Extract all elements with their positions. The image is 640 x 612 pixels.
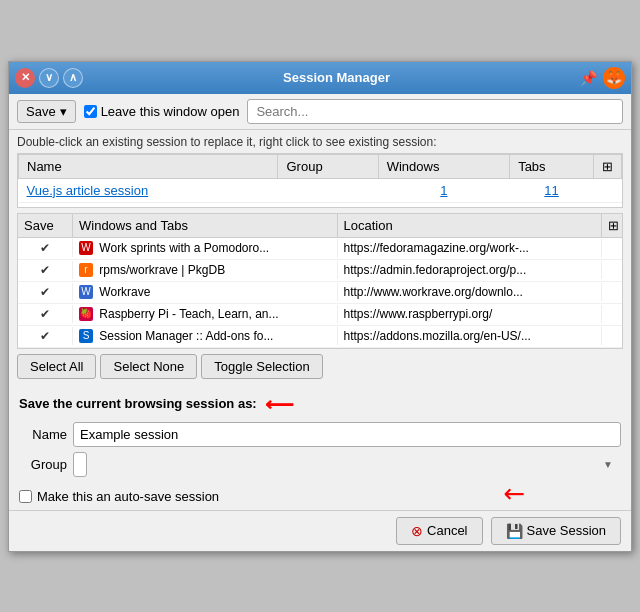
cancel-label: Cancel: [427, 523, 467, 538]
session-tabs[interactable]: 11: [510, 178, 594, 202]
tab-check-1[interactable]: ✔: [18, 239, 73, 257]
tab-icon-3: W: [79, 285, 93, 299]
leave-window-open-checkbox[interactable]: [84, 105, 97, 118]
col-name: Name: [19, 154, 278, 178]
save-session-button[interactable]: 💾 Save Session: [491, 517, 622, 545]
tab-check-4[interactable]: ✔: [18, 305, 73, 323]
tabs-section: Save Windows and Tabs Location ⊞ ✔ W Wor…: [17, 213, 623, 349]
window-controls: ✕ ∨ ∧: [15, 68, 83, 88]
col-extra: ⊞: [594, 154, 622, 178]
arrow-icon-title: ⟵: [265, 392, 294, 416]
tab-location-2: https://admin.fedoraproject.org/p...: [338, 261, 603, 279]
autosave-label: Make this an auto-save session: [37, 489, 219, 504]
cancel-icon: ⊗: [411, 523, 423, 539]
main-window: ✕ ∨ ∧ Session Manager 📌 🦊 Save ▾ Leave t…: [8, 61, 632, 552]
cancel-button[interactable]: ⊗ Cancel: [396, 517, 482, 545]
tab-location-5: https://addons.mozilla.org/en-US/...: [338, 327, 603, 345]
tab-row[interactable]: ✔ W Workrave http://www.workrave.org/dow…: [18, 282, 622, 304]
leave-window-open-label[interactable]: Leave this window open: [84, 104, 240, 119]
group-select[interactable]: [73, 452, 87, 477]
titlebar: ✕ ∨ ∧ Session Manager 📌 🦊: [9, 62, 631, 94]
group-label: Group: [19, 457, 67, 472]
tab-location-1: https://fedoramagazine.org/work-...: [338, 239, 603, 257]
session-extra: [594, 178, 622, 202]
selection-buttons: Select All Select None Toggle Selection: [9, 349, 631, 384]
firefox-icon: 🦊: [603, 67, 625, 89]
tab-row[interactable]: ✔ 🍓 Raspberry Pi - Teach, Learn, an... h…: [18, 304, 622, 326]
tab-row[interactable]: ✔ S Session Manager :: Add-ons fo... htt…: [18, 326, 622, 348]
maximize-button[interactable]: ∧: [63, 68, 83, 88]
tab-location-3: http://www.workrave.org/downlo...: [338, 283, 603, 301]
tabs-col-windows-tabs: Windows and Tabs: [73, 214, 338, 237]
tab-extra-4: [602, 312, 622, 316]
sessions-panel: Name Group Windows Tabs ⊞ Vue.js article…: [17, 153, 623, 208]
toggle-selection-button[interactable]: Toggle Selection: [201, 354, 322, 379]
tab-row[interactable]: ✔ r rpms/workrave | PkgDB https://admin.…: [18, 260, 622, 282]
group-select-wrapper: [73, 452, 621, 477]
bottom-bar: ⊗ Cancel 💾 Save Session ↙: [9, 510, 631, 551]
tabs-col-location: Location: [338, 214, 603, 237]
tab-name-1: W Work sprints with a Pomodoro...: [73, 239, 338, 258]
tab-name-3: W Workrave: [73, 283, 338, 302]
tab-icon-2: r: [79, 263, 93, 277]
session-windows[interactable]: 1: [378, 178, 509, 202]
select-none-button[interactable]: Select None: [100, 354, 197, 379]
name-label: Name: [19, 427, 67, 442]
select-all-button[interactable]: Select All: [17, 354, 96, 379]
autosave-row: Make this an auto-save session: [9, 487, 631, 510]
tab-row[interactable]: ✔ W Work sprints with a Pomodoro... http…: [18, 238, 622, 260]
session-name[interactable]: Vue.js article session: [19, 178, 278, 202]
tab-name-2: r rpms/workrave | PkgDB: [73, 261, 338, 280]
tabs-header: Save Windows and Tabs Location ⊞: [18, 214, 622, 238]
save-button[interactable]: Save ▾: [17, 100, 76, 123]
tab-check-3[interactable]: ✔: [18, 283, 73, 301]
name-row: Name: [19, 422, 621, 447]
tab-extra-5: [602, 334, 622, 338]
tab-icon-1: W: [79, 241, 93, 255]
save-label: Save: [26, 104, 56, 119]
save-dropdown-icon: ▾: [60, 104, 67, 119]
col-windows: Windows: [378, 154, 509, 178]
tabs-col-save: Save: [18, 214, 73, 237]
tabs-col-extra: ⊞: [602, 214, 622, 237]
close-button[interactable]: ✕: [15, 68, 35, 88]
toolbar: Save ▾ Leave this window open: [9, 94, 631, 130]
autosave-checkbox[interactable]: [19, 490, 32, 503]
session-group: [278, 178, 378, 202]
save-session-icon: 💾: [506, 523, 523, 539]
sessions-table: Name Group Windows Tabs ⊞ Vue.js article…: [18, 154, 622, 203]
hint-text: Double-click an existing session to repl…: [9, 130, 631, 153]
tab-extra-2: [602, 268, 622, 272]
tab-name-4: 🍓 Raspberry Pi - Teach, Learn, an...: [73, 305, 338, 324]
session-row[interactable]: Vue.js article session 1 11: [19, 178, 622, 202]
tab-name-5: S Session Manager :: Add-ons fo...: [73, 327, 338, 346]
window-title: Session Manager: [93, 70, 580, 85]
tab-icon-5: S: [79, 329, 93, 343]
tab-location-4: https://www.raspberrypi.org/: [338, 305, 603, 323]
tab-check-5[interactable]: ✔: [18, 327, 73, 345]
save-as-section: Save the current browsing session as: ⟵ …: [9, 384, 631, 487]
tab-check-2[interactable]: ✔: [18, 261, 73, 279]
search-input[interactable]: [247, 99, 623, 124]
tab-extra-1: [602, 246, 622, 250]
name-input[interactable]: [73, 422, 621, 447]
tab-extra-3: [602, 290, 622, 294]
pin-icon[interactable]: 📌: [580, 70, 597, 86]
save-session-label: Save Session: [527, 523, 607, 538]
col-tabs: Tabs: [510, 154, 594, 178]
tab-icon-4: 🍓: [79, 307, 93, 321]
group-row: Group: [19, 452, 621, 477]
save-as-title: Save the current browsing session as: ⟵: [19, 392, 621, 416]
minimize-button[interactable]: ∨: [39, 68, 59, 88]
col-group: Group: [278, 154, 378, 178]
